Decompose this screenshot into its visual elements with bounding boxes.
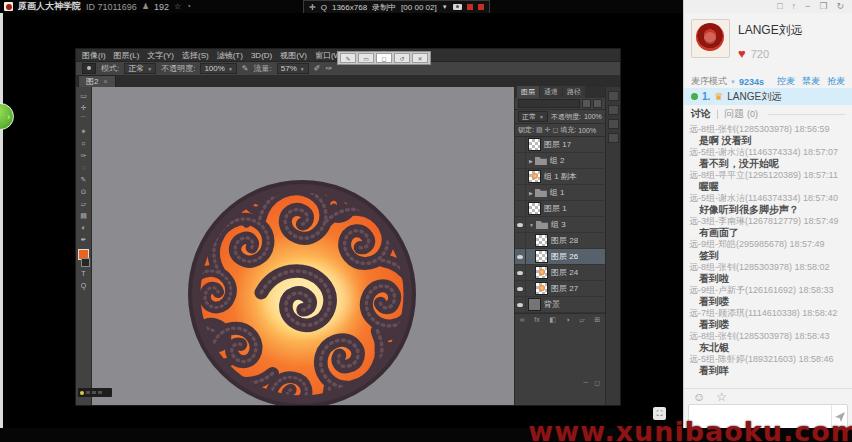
eye-empty[interactable] bbox=[515, 169, 526, 184]
panel-tab-2[interactable]: 通道 bbox=[540, 86, 562, 98]
mic-action-2[interactable]: 禁麦 bbox=[802, 75, 820, 88]
chat-message-list[interactable]: 远-8组-张钊(1285303978) 18:56:59是啊 没看到远-5组-谢… bbox=[684, 123, 852, 382]
flow-select[interactable]: 57%▼ bbox=[277, 63, 309, 74]
layer-row[interactable]: 组 1 副本 bbox=[515, 169, 605, 185]
eye-empty[interactable] bbox=[515, 201, 526, 216]
background-color-swatch[interactable] bbox=[81, 258, 90, 267]
text-tool[interactable]: T bbox=[77, 268, 90, 279]
layer-row[interactable]: 图层 24 bbox=[515, 265, 605, 281]
eye-empty[interactable] bbox=[515, 137, 526, 152]
collapsed-panel-icon[interactable] bbox=[608, 91, 619, 101]
panel-resize-handle[interactable]: ─ ◻ bbox=[583, 379, 602, 387]
ps-menu-3[interactable]: 文字(Y) bbox=[147, 50, 174, 61]
stop-record-button[interactable] bbox=[478, 4, 484, 10]
layer-row[interactable]: ▶组 2 bbox=[515, 153, 605, 169]
history-icon[interactable]: ◔ bbox=[186, 2, 191, 11]
streamer-avatar[interactable] bbox=[691, 19, 730, 58]
favorite-emote-icon[interactable]: ☆ bbox=[716, 390, 727, 404]
collapsed-panel-icon[interactable] bbox=[608, 133, 619, 143]
layer-row[interactable]: 图层 27 bbox=[515, 281, 605, 297]
group-caret-icon[interactable]: ▶ bbox=[529, 158, 533, 164]
dropdown-caret-icon[interactable]: ▼ bbox=[442, 4, 448, 10]
document-tab[interactable]: 图2× bbox=[78, 75, 116, 87]
mic-action-1[interactable]: 控麦 bbox=[777, 75, 795, 88]
annotation-clear-button[interactable]: ✕ bbox=[412, 53, 428, 63]
close-button[interactable]: ↻ bbox=[836, 2, 844, 11]
layer-row[interactable]: 图层 28 bbox=[515, 233, 605, 249]
annotation-undo-button[interactable]: ↺ bbox=[394, 53, 410, 63]
close-icon[interactable]: × bbox=[103, 78, 107, 85]
opacity-select[interactable]: 100%▼ bbox=[200, 63, 236, 74]
group-caret-icon[interactable]: ▼ bbox=[529, 222, 534, 228]
favorite-star-icon[interactable]: ☆ bbox=[174, 2, 181, 11]
annotation-pen-button[interactable]: ✎ bbox=[340, 53, 356, 63]
filter-pixel-icon[interactable] bbox=[582, 99, 591, 108]
emoticon-icon[interactable]: ☺ bbox=[693, 390, 705, 404]
popout-button[interactable]: ↑ bbox=[792, 2, 797, 11]
skin-button[interactable]: □ bbox=[777, 2, 782, 11]
eye-empty[interactable] bbox=[515, 185, 526, 200]
layer-row[interactable]: ▼组 3 bbox=[515, 217, 605, 233]
ps-menu-7[interactable]: 视图(V) bbox=[280, 50, 307, 61]
new-group-icon[interactable]: ▱ bbox=[579, 316, 584, 324]
link-layers-icon[interactable]: ∞ bbox=[520, 316, 525, 323]
annotation-shape-button[interactable]: ▭ bbox=[358, 53, 374, 63]
layer-row[interactable]: 图层 17 bbox=[515, 137, 605, 153]
collapsed-panel-icon[interactable] bbox=[608, 105, 619, 115]
fill-value[interactable]: 100% bbox=[578, 127, 596, 134]
wand-tool[interactable]: ✶ bbox=[77, 126, 90, 137]
clone-tool[interactable]: ⊙ bbox=[77, 186, 90, 197]
lock-transparent-icon[interactable]: ▨ bbox=[536, 126, 543, 134]
eye-icon[interactable] bbox=[515, 249, 526, 264]
ps-menu-2[interactable]: 图层(L) bbox=[114, 50, 140, 61]
layer-row[interactable]: 图层 1 bbox=[515, 201, 605, 217]
minimize-button[interactable]: − bbox=[805, 2, 810, 11]
lock-all-icon[interactable]: ◻ bbox=[552, 126, 558, 134]
drag-icon[interactable]: ✛ bbox=[309, 3, 316, 12]
collapsed-panel-icon[interactable] bbox=[608, 119, 619, 129]
zoom-tool[interactable]: Q bbox=[77, 280, 90, 291]
heart-icon[interactable]: ♥ bbox=[738, 46, 746, 61]
blend-mode-select[interactable]: 正常▼ bbox=[124, 63, 156, 74]
eye-empty[interactable] bbox=[515, 233, 526, 248]
chevron-down-icon[interactable]: ▼ bbox=[730, 79, 736, 85]
restore-button[interactable]: ❐ bbox=[819, 2, 827, 11]
airbrush-icon[interactable]: ✐ bbox=[314, 64, 321, 73]
dodge-tool[interactable]: ◐ bbox=[77, 222, 90, 233]
layers-opacity-value[interactable]: 100% bbox=[584, 113, 602, 120]
eyedropper-tool[interactable]: ✑ bbox=[77, 150, 90, 161]
ps-menu-1[interactable]: 图像(I) bbox=[82, 50, 106, 61]
eye-icon[interactable] bbox=[515, 217, 526, 232]
layer-mask-icon[interactable]: ◧ bbox=[549, 316, 556, 324]
camera-icon[interactable] bbox=[453, 4, 462, 10]
move-tool[interactable]: ✛ bbox=[77, 102, 90, 113]
crop-tool[interactable]: ⌗ bbox=[77, 138, 90, 149]
ps-menu-6[interactable]: 3D(D) bbox=[251, 51, 272, 60]
tab-question[interactable]: 问题 bbox=[724, 107, 744, 121]
mic-action-3[interactable]: 抢麦 bbox=[827, 75, 845, 88]
panel-tab-1[interactable]: 图层 bbox=[517, 86, 539, 98]
ps-menu-5[interactable]: 滤镜(T) bbox=[217, 50, 243, 61]
marquee-tool[interactable]: ▭ bbox=[77, 90, 90, 101]
lock-position-icon[interactable]: ✛ bbox=[545, 126, 551, 134]
mic-mode-label[interactable]: 麦序模式 bbox=[691, 75, 727, 88]
eraser-tool[interactable]: ▱ bbox=[77, 198, 90, 209]
brush-tool[interactable]: ✎ bbox=[77, 174, 90, 185]
eye-icon[interactable] bbox=[515, 297, 526, 312]
filter-type-icon[interactable] bbox=[593, 99, 602, 108]
adjustment-icon[interactable]: ◑ bbox=[566, 316, 570, 323]
heal-tool[interactable]: ◌ bbox=[77, 162, 90, 173]
eye-empty[interactable] bbox=[515, 153, 526, 168]
brush-preset-icon[interactable] bbox=[82, 63, 96, 74]
ps-menu-4[interactable]: 选择(S) bbox=[182, 50, 209, 61]
eye-icon[interactable] bbox=[515, 281, 526, 296]
layer-row[interactable]: 图层 26 bbox=[515, 249, 605, 265]
pen-tool[interactable]: ✒ bbox=[77, 234, 90, 245]
ps-canvas[interactable] bbox=[92, 87, 514, 405]
new-layer-icon[interactable]: ⊞ bbox=[594, 316, 600, 324]
group-caret-icon[interactable]: ▶ bbox=[529, 190, 533, 196]
mic-queue-item[interactable]: 1. ♛ LANGE刘远 bbox=[684, 88, 852, 105]
layers-blend-mode-select[interactable]: 正常▼ bbox=[518, 111, 548, 122]
gradient-tool[interactable]: ▤ bbox=[77, 210, 90, 221]
layer-row[interactable]: ▶组 1 bbox=[515, 185, 605, 201]
